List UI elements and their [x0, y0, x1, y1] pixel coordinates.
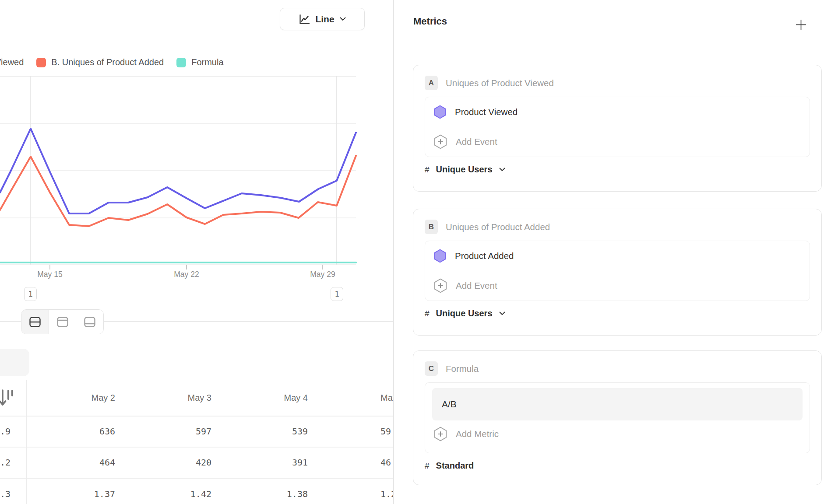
- add-event-label: Add Event: [456, 280, 497, 291]
- series-product-added-line: [0, 156, 356, 226]
- metric-letter-badge: C: [425, 361, 438, 376]
- add-event-label: Add Event: [456, 136, 497, 147]
- table-header-row: May 2 May 3 May 4 May: [0, 380, 393, 416]
- table-cell: 420: [122, 457, 218, 468]
- legend-item-a[interactable]: A. Uniques of Product Viewed: [0, 57, 24, 67]
- line-chart[interactable]: [0, 76, 393, 271]
- table-cell-clipped: 46: [315, 457, 393, 468]
- table-row[interactable]: .2 464 420 391 46: [0, 447, 393, 478]
- metric-card-header: B Uniques of Product Added: [425, 220, 810, 234]
- table-cell: 1.42: [122, 489, 218, 499]
- x-tick-label: May 29: [296, 270, 349, 279]
- metric-card-c: C Formula A/B Add Metric # Standard: [413, 350, 822, 485]
- frozen-column-divider: [26, 380, 27, 504]
- metric-card-b: B Uniques of Product Added Product Added…: [413, 209, 822, 336]
- annotation-badge-2[interactable]: 1: [331, 287, 343, 301]
- measurement-label: Unique Users: [436, 308, 493, 318]
- metric-card-header: A Uniques of Product Viewed: [425, 76, 810, 90]
- metric-card-header: C Formula: [425, 361, 810, 376]
- line-chart-icon: [299, 14, 310, 25]
- add-event-row[interactable]: Add Event: [434, 127, 801, 157]
- legend-item-b[interactable]: B. Uniques of Product Added: [36, 57, 164, 67]
- formula-box: A/B Add Metric: [425, 382, 810, 453]
- event-box: Product Added Add Event: [425, 241, 810, 301]
- event-hexagon-icon: [434, 249, 446, 263]
- x-tick-label: May 15: [24, 270, 76, 279]
- chart-type-button[interactable]: Line: [280, 8, 365, 30]
- event-row[interactable]: Product Viewed: [434, 97, 801, 127]
- frozen-cell: .3: [0, 489, 26, 499]
- add-event-row[interactable]: Add Event: [434, 271, 801, 301]
- legend-swatch-c: [176, 58, 186, 67]
- measurement-selector[interactable]: # Unique Users: [425, 164, 810, 175]
- table-cell: 464: [26, 457, 122, 468]
- event-box: Product Viewed Add Event: [425, 97, 810, 157]
- number-hash-icon: #: [425, 461, 430, 471]
- table-row[interactable]: .9 636 597 539 59: [0, 416, 393, 447]
- table-tab-pill[interactable]: [0, 349, 29, 376]
- event-row[interactable]: Product Added: [434, 241, 801, 271]
- legend-item-c[interactable]: Formula: [176, 57, 223, 67]
- chevron-down-icon: [499, 168, 505, 172]
- layout-bottom-panel-button[interactable]: [76, 310, 103, 334]
- layout-top-panel-button[interactable]: [49, 310, 76, 334]
- metric-title[interactable]: Uniques of Product Added: [446, 222, 550, 232]
- number-hash-icon: #: [425, 309, 430, 318]
- chevron-down-icon: [499, 312, 505, 315]
- event-hexagon-icon: [434, 105, 446, 119]
- metric-card-a: A Uniques of Product Viewed Product View…: [413, 65, 822, 192]
- number-hash-icon: #: [425, 165, 430, 175]
- layout-toggle-group: [21, 309, 104, 334]
- table-cell-clipped: 59: [315, 426, 393, 437]
- column-header[interactable]: May 2: [26, 393, 122, 403]
- bottom-panel-icon: [84, 316, 96, 328]
- chart-legend: A. Uniques of Product Viewed B. Uniques …: [0, 57, 224, 67]
- add-metric-hexagon-plus-icon: [434, 427, 447, 441]
- series-product-viewed-line: [0, 129, 356, 214]
- panel-title: Metrics: [413, 16, 447, 27]
- metric-title[interactable]: Formula: [446, 364, 479, 374]
- column-header[interactable]: May 3: [122, 393, 218, 403]
- table-cell: 597: [122, 426, 218, 437]
- event-name: Product Added: [455, 251, 514, 261]
- table-cell: 636: [26, 426, 122, 437]
- frozen-cell: .9: [0, 426, 26, 437]
- metrics-panel: Metrics A Uniques of Product Viewed Prod…: [393, 0, 831, 504]
- chart-type-label: Line: [315, 14, 334, 24]
- table-cell: 1.37: [26, 489, 122, 499]
- table-cell: 1.38: [218, 489, 315, 499]
- legend-swatch-b: [36, 58, 46, 67]
- column-header-clipped[interactable]: May: [315, 393, 393, 403]
- chevron-down-icon: [340, 17, 346, 21]
- frozen-cell: .2: [0, 457, 26, 468]
- metric-title[interactable]: Uniques of Product Viewed: [446, 78, 554, 88]
- top-panel-icon: [56, 316, 69, 328]
- annotation-badge-1[interactable]: 1: [24, 287, 37, 301]
- legend-label-b: B. Uniques of Product Added: [51, 57, 164, 67]
- table-cell: 391: [218, 457, 315, 468]
- table-cell: 539: [218, 426, 315, 437]
- table-row[interactable]: .3 1.37 1.42 1.38 1.2: [0, 478, 393, 504]
- measurement-selector[interactable]: # Unique Users: [425, 308, 810, 318]
- x-tick-label: May 22: [160, 270, 213, 279]
- add-event-hexagon-plus-icon: [434, 278, 447, 293]
- legend-label-a: A. Uniques of Product Viewed: [0, 57, 24, 67]
- metric-letter-badge: A: [425, 76, 438, 90]
- add-metric-label: Add Metric: [456, 429, 499, 439]
- legend-label-c: Formula: [191, 57, 223, 67]
- formula-input[interactable]: A/B: [432, 388, 803, 420]
- add-event-hexagon-plus-icon: [434, 134, 447, 149]
- layout-split-button[interactable]: [21, 310, 49, 334]
- column-header[interactable]: May 4: [218, 393, 315, 403]
- add-metric-plus-icon[interactable]: [796, 19, 806, 32]
- add-metric-row[interactable]: Add Metric: [432, 420, 803, 448]
- split-view-icon: [29, 316, 41, 328]
- results-table: May 2 May 3 May 4 May .9 636 597 539 59 …: [0, 380, 393, 504]
- table-cell-clipped: 1.2: [315, 489, 393, 499]
- metric-letter-badge: B: [425, 220, 438, 234]
- measurement-selector[interactable]: # Standard: [425, 461, 810, 471]
- event-name: Product Viewed: [455, 107, 518, 117]
- insights-report-screen: Line A. Uniques of Product Viewed B. Uni…: [0, 0, 831, 504]
- measurement-label: Standard: [436, 461, 474, 471]
- measurement-label: Unique Users: [436, 164, 493, 175]
